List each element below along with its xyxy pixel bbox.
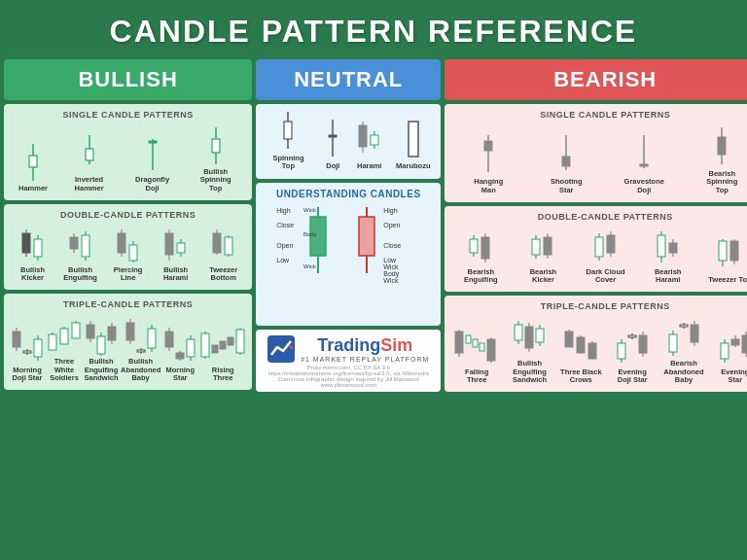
marubozu-candle — [404, 118, 423, 160]
svg-rect-22 — [82, 235, 89, 257]
list-item: Dragonfly Doji — [130, 133, 174, 192]
hanging-man-candle — [479, 133, 498, 176]
svg-rect-187 — [628, 335, 636, 337]
svg-rect-162 — [466, 335, 471, 343]
svg-rect-133 — [481, 237, 489, 259]
bullish-engulfing-candle — [67, 226, 94, 264]
svg-rect-124 — [640, 164, 648, 166]
list-item: Hanging Man — [467, 133, 511, 194]
list-item: Morning Doji Star — [10, 324, 45, 383]
list-item: Inverted Hammer — [67, 133, 111, 192]
svg-rect-46 — [23, 351, 31, 353]
hammer-candle — [24, 142, 42, 183]
svg-text:Wick: Wick — [303, 263, 317, 269]
red-candle-diagram: High Open Close Low Wick Body Wick — [352, 205, 420, 284]
logo-tagline: #1 MARKET REPLAY PLATFORM — [301, 356, 429, 363]
list-item: Bearish Spinning Top — [700, 125, 744, 194]
content-area: BULLISH SINGLE CANDLE PATTERNS Hammer — [0, 59, 747, 396]
svg-rect-121 — [562, 157, 570, 166]
svg-rect-181 — [588, 343, 596, 359]
list-item: Bullish Kicker — [11, 226, 54, 283]
list-item: Shooting Star — [545, 133, 588, 194]
list-item: Rising Three — [199, 324, 246, 383]
bearish-double-title: DOUBLE-CANDLE PATTERNS — [450, 212, 747, 222]
svg-rect-199 — [691, 325, 698, 342]
svg-rect-164 — [480, 343, 484, 351]
list-item: Doji — [323, 118, 342, 170]
svg-rect-88 — [220, 341, 226, 349]
bullish-double-section: DOUBLE-CANDLE PATTERNS Bullish Kicker — [4, 204, 252, 291]
svg-rect-118 — [484, 141, 492, 151]
list-item: Hammer — [18, 142, 48, 192]
svg-rect-76 — [165, 332, 173, 347]
annotated-red-candle — [352, 205, 381, 283]
evening-doji-star-candle — [615, 326, 650, 367]
doji-candle — [323, 118, 342, 160]
svg-rect-205 — [731, 339, 739, 345]
three-black-crows-candle — [563, 326, 598, 367]
svg-rect-184 — [618, 343, 625, 359]
svg-text:Body: Body — [303, 231, 317, 237]
bullish-triple-section: TRIPLE-CANDLE PATTERNS — [4, 294, 252, 390]
svg-rect-64 — [108, 327, 116, 340]
svg-rect-177 — [565, 332, 573, 347]
understanding-diagrams: High Close Open Low Wick — [262, 205, 435, 284]
svg-rect-16 — [34, 239, 42, 257]
neutral-single-patterns: Spinning Top Doji — [262, 110, 435, 171]
svg-rect-82 — [187, 339, 195, 357]
svg-rect-208 — [742, 335, 747, 353]
svg-rect-127 — [718, 137, 726, 155]
list-item: Harami — [356, 118, 383, 170]
svg-rect-84 — [201, 333, 209, 357]
svg-rect-40 — [225, 237, 232, 255]
svg-rect-58 — [87, 325, 94, 338]
list-item: Piercing Line — [106, 226, 150, 283]
svg-rect-97 — [329, 135, 337, 137]
list-item: Evening Star — [713, 326, 747, 385]
svg-rect-103 — [371, 135, 378, 145]
bearish-harami-candle — [655, 228, 682, 266]
bearish-spinning-top-candle — [712, 125, 731, 168]
list-item: Three White Soldiers — [47, 315, 82, 382]
main-wrapper: CANDLE PATTERN REFERENCE BULLISH SINGLE … — [0, 0, 747, 396]
list-item: Bearish Engulfing — [459, 228, 503, 285]
bearish-single-title: SINGLE CANDLE PATTERNS — [450, 110, 747, 120]
svg-rect-70 — [137, 350, 145, 352]
bullish-abandoned-baby-candle — [124, 315, 159, 356]
bearish-single-section: SINGLE CANDLE PATTERNS Hanging Man — [445, 104, 747, 202]
svg-rect-1 — [29, 156, 37, 167]
svg-rect-136 — [532, 239, 540, 255]
svg-rect-193 — [669, 334, 677, 352]
col-neutral: NEUTRAL Spinning Top — [256, 59, 441, 392]
svg-rect-145 — [607, 235, 615, 253]
col-bullish: BULLISH SINGLE CANDLE PATTERNS Hammer — [4, 59, 252, 392]
svg-rect-179 — [577, 337, 585, 353]
bullish-single-title: SINGLE CANDLE PATTERNS — [10, 110, 246, 120]
svg-rect-61 — [97, 336, 105, 354]
page-title: CANDLE PATTERN REFERENCE — [10, 14, 737, 50]
bullish-triple-title: TRIPLE-CANDLE PATTERNS — [10, 299, 246, 309]
list-item: Bullish Spinning Top — [194, 125, 237, 192]
svg-rect-51 — [49, 334, 56, 350]
bullish-single-patterns: Hammer Inverted Hammer — [10, 125, 246, 192]
list-item: Tweezer Bottom — [201, 226, 245, 283]
svg-rect-142 — [595, 237, 603, 257]
list-item: Evening Doji Star — [611, 326, 655, 385]
rising-three-candle — [199, 324, 246, 365]
svg-rect-175 — [536, 329, 544, 342]
bearish-single-patterns: Hanging Man Shooting Star — [450, 125, 747, 194]
bullish-engulfing-sandwich-candle — [84, 315, 119, 356]
svg-rect-172 — [525, 327, 533, 348]
tweezer-bottom-candle — [210, 226, 237, 264]
logo-icon — [267, 335, 295, 363]
svg-rect-34 — [177, 243, 185, 253]
list-item: Falling Three — [453, 326, 500, 385]
list-item: Bullish Engulfing Sandwich — [84, 315, 119, 382]
svg-rect-100 — [359, 125, 367, 147]
gravestone-doji-candle — [634, 133, 654, 176]
bearish-triple-title: TRIPLE-CANDLE PATTERNS — [450, 301, 747, 311]
list-item: Tweezer Top — [708, 235, 747, 284]
list-item: Bearish Abandoned Baby — [661, 317, 705, 384]
bearish-double-patterns: Bearish Engulfing Bearish Kicker — [450, 228, 747, 285]
svg-rect-190 — [639, 335, 647, 353]
